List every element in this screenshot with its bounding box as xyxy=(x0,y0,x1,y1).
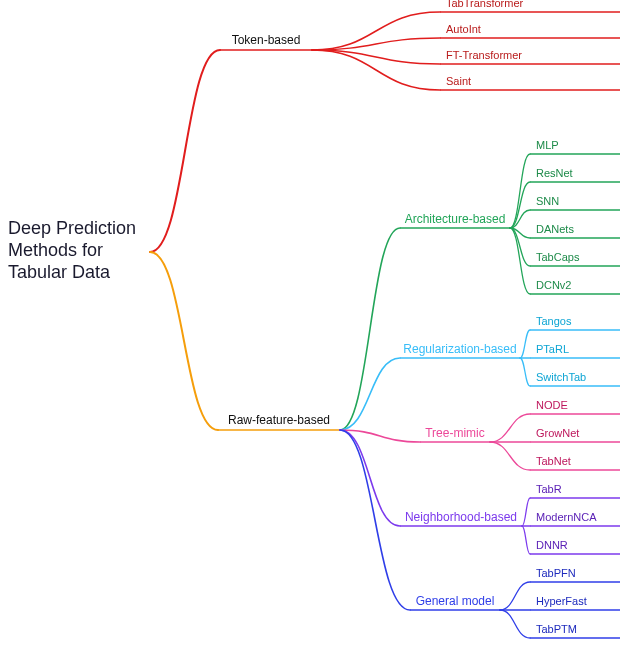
root-title: Methods for xyxy=(8,240,103,260)
leaf-label-ModernNCA: ModernNCA xyxy=(536,511,597,523)
leaf-label-SwitchTab: SwitchTab xyxy=(536,371,586,383)
leaf-label-TabPFN: TabPFN xyxy=(536,567,576,579)
leaf-label-TabTransformer: TabTransformer xyxy=(446,0,524,9)
leaf-label-TabCaps: TabCaps xyxy=(536,251,580,263)
leaf-label-MLP: MLP xyxy=(536,139,559,151)
leaf-label-HyperFast: HyperFast xyxy=(536,595,587,607)
leaf-label-TabPTM: TabPTM xyxy=(536,623,577,635)
root-title: Deep Prediction xyxy=(8,218,136,238)
leaf-label-GrowNet: GrowNet xyxy=(536,427,579,439)
leaf-label-DANets: DANets xyxy=(536,223,574,235)
regularization-label: Regularization-based xyxy=(403,342,516,356)
architecture-label: Architecture-based xyxy=(405,212,506,226)
leaf-label-PTaRL: PTaRL xyxy=(536,343,569,355)
leaf-label-NODE: NODE xyxy=(536,399,568,411)
leaf-label-DNNR: DNNR xyxy=(536,539,568,551)
general-model-label: General model xyxy=(416,594,495,608)
raw-feature-label: Raw-feature-based xyxy=(228,413,330,427)
neighborhood-label: Neighborhood-based xyxy=(405,510,517,524)
leaf-label-FT-Transformer: FT-Transformer xyxy=(446,49,522,61)
root-title: Tabular Data xyxy=(8,262,111,282)
leaf-label-SNN: SNN xyxy=(536,195,559,207)
leaf-label-AutoInt: AutoInt xyxy=(446,23,481,35)
token-based-label: Token-based xyxy=(232,33,301,47)
tree-mimic-label: Tree-mimic xyxy=(425,426,485,440)
leaf-label-TabR: TabR xyxy=(536,483,562,495)
leaf-label-Tangos: Tangos xyxy=(536,315,572,327)
leaf-label-ResNet: ResNet xyxy=(536,167,573,179)
leaf-label-Saint: Saint xyxy=(446,75,471,87)
leaf-label-TabNet: TabNet xyxy=(536,455,571,467)
mindmap-diagram: Deep PredictionMethods forTabular DataTo… xyxy=(0,0,640,656)
leaf-label-DCNv2: DCNv2 xyxy=(536,279,571,291)
